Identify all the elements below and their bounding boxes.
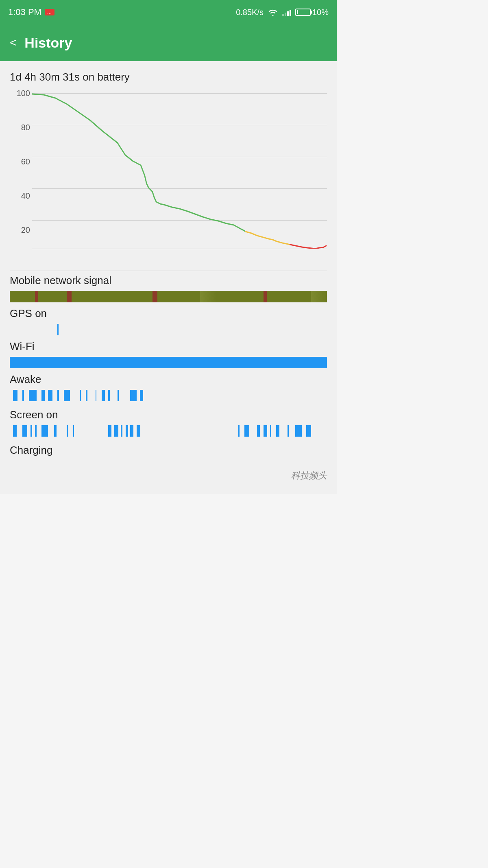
network-speed: 0.85K/s (236, 8, 264, 17)
battery-percent: 10% (312, 8, 329, 17)
chart-divider (10, 271, 327, 271)
y-label-20: 20 (10, 225, 30, 235)
status-right: 0.85K/s 10% (236, 8, 329, 17)
wifi-icon (268, 8, 278, 16)
back-button[interactable]: < (10, 36, 16, 49)
signal-bars-icon (282, 9, 291, 16)
content-area: 1d 4h 30m 31s on battery 100 80 60 40 20 (0, 61, 337, 494)
y-label-100: 100 (10, 89, 30, 98)
page-title: History (24, 35, 72, 51)
battery-line-chart (32, 90, 327, 249)
y-label-40: 40 (10, 191, 30, 201)
battery-chart: 100 80 60 40 20 (10, 90, 327, 261)
y-label-80: 80 (10, 123, 30, 132)
wifi-section: Wi-Fi (10, 340, 327, 373)
gps-bar (10, 324, 327, 335)
wifi-bar (10, 357, 327, 368)
status-time: 1:03 PM (8, 7, 41, 17)
wifi-title: Wi-Fi (10, 340, 327, 353)
charging-section: Charging (10, 444, 327, 466)
battery-icon (295, 9, 311, 16)
charging-title: Charging (10, 444, 327, 457)
status-left: 1:03 PM (8, 7, 54, 17)
battery-duration-label: 1d 4h 30m 31s on battery (10, 71, 327, 83)
app-bar: < History (0, 24, 337, 61)
mobile-network-bar (10, 291, 327, 302)
awake-bar (10, 390, 327, 401)
notification-icon (45, 9, 54, 15)
watermark: 科技频头 (10, 466, 327, 486)
y-label-60: 60 (10, 157, 30, 166)
mobile-network-title: Mobile network signal (10, 274, 327, 287)
battery-indicator: 10% (295, 8, 329, 17)
gps-title: GPS on (10, 307, 327, 320)
screen-on-title: Screen on (10, 409, 327, 421)
screen-on-bar (10, 425, 327, 437)
mobile-network-section: Mobile network signal (10, 274, 327, 307)
status-bar: 1:03 PM 0.85K/s 10% (0, 0, 337, 24)
gps-section: GPS on (10, 307, 327, 340)
awake-title: Awake (10, 373, 327, 386)
screen-on-section: Screen on (10, 409, 327, 444)
awake-section: Awake (10, 373, 327, 409)
